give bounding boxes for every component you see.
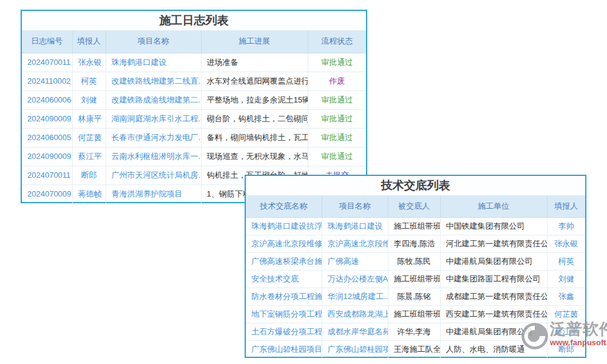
column-header: 施工进展 <box>201 30 308 53</box>
reporter-cell[interactable]: 刘健 <box>72 90 106 109</box>
column-header: 被交底人 <box>388 195 440 217</box>
progress-cell: 砌台阶，钩机排土，二包砌间... <box>201 109 308 128</box>
disclosed-person-cell: 许华,李海 <box>388 323 440 340</box>
project-name-cell[interactable]: 华润12城房建工... <box>322 288 388 305</box>
reporter-cell[interactable]: 张永银 <box>72 53 106 72</box>
construction-unit-cell: 中建港航局集团有限公司 <box>440 252 547 270</box>
project-name-cell[interactable]: 广佛高速 <box>322 252 388 270</box>
log-id-cell[interactable]: 2024110002 <box>22 72 72 90</box>
disclosure-name-cell[interactable]: 防水卷材分项工程施... <box>246 288 322 305</box>
column-header: 填报人 <box>72 30 106 53</box>
column-header: 技术交底名称 <box>246 195 322 217</box>
progress-cell: 进场准备 <box>201 53 308 72</box>
column-header: 施工单位 <box>440 195 547 217</box>
project-name-cell[interactable]: 长春市伊通河水力发电厂... <box>106 128 201 147</box>
log-id-cell[interactable]: 2024070011 <box>22 166 72 184</box>
column-header: 项目名称 <box>322 195 388 217</box>
disclosed-person-cell: 陈晨,陈铭 <box>388 288 440 305</box>
construction-unit-cell: 中建集团路面工程有限公司 <box>440 270 547 288</box>
reporter-cell[interactable]: 蔡江平 <box>72 147 106 166</box>
table-row[interactable]: 广佛高速桥梁承台施...广佛高速陈牧,陈民中建港航局集团有限公司柯英 <box>246 252 585 270</box>
construction-unit-cell: 成都建工第一建筑有限责任公司 <box>440 288 547 305</box>
disclosed-person-cell: 施工班组带班... <box>388 270 440 288</box>
reporter-cell[interactable]: 刘健 <box>547 270 585 288</box>
reporter-cell[interactable]: 何芷茵 <box>547 305 585 323</box>
disclosure-name-cell[interactable]: 广佛高速桥梁承台施... <box>246 252 322 270</box>
construction-unit-cell: 河北建工第一建筑有限责任公司 <box>440 235 547 252</box>
disclosed-person-cell: 陈牧,陈民 <box>388 252 440 270</box>
status-cell: 审批通过 <box>308 90 366 109</box>
project-name-cell[interactable]: 湖南洞庭湖水库引水工程... <box>106 109 201 128</box>
table-row[interactable]: 广东佛山碧桂园项目...广东佛山碧桂园项目王海施工队全队人防、水电、消防暖通断郎 <box>246 340 585 358</box>
tech-disclosure-window: 技术交底列表 技术交底名称项目名称被交底人施工单位填报人 珠海鹤港口建设抗浮..… <box>245 175 586 358</box>
disclosure-name-cell[interactable]: 安全技术交底 <box>246 270 322 288</box>
reporter-cell[interactable]: 张永银 <box>547 235 585 252</box>
progress-cell: 水车对全线遮阳网覆盖点进行... <box>201 72 308 90</box>
reporter-cell[interactable]: 蔡江平 <box>547 323 585 340</box>
disclosed-person-cell: 李四海,陈浩 <box>388 235 440 252</box>
status-cell: 作废 <box>308 72 366 90</box>
status-cell: 审批通过 <box>308 53 366 72</box>
table-row[interactable]: 京沪高速北京段维修...京沪高速北京段维修李四海,陈浩河北建工第一建筑有限责任公… <box>246 235 585 252</box>
disclosure-name-cell[interactable]: 土石方爆破分项工程... <box>246 323 322 340</box>
tech-disclosure-header-row: 技术交底名称项目名称被交底人施工单位填报人 <box>246 195 585 217</box>
table-row[interactable]: 珠海鹤港口建设抗浮...珠海鹤港口建设施工班组带班...中国铁建集团有限公司李帅 <box>246 217 585 235</box>
project-name-cell[interactable]: 成都水岸华庭名苑... <box>322 323 388 340</box>
construction-unit-cell: 中建港航局集团有限公司 <box>440 323 547 340</box>
log-id-cell[interactable]: 2024090009 <box>22 109 72 128</box>
tech-disclosure-table: 技术交底名称项目名称被交底人施工单位填报人 珠海鹤港口建设抗浮...珠海鹤港口建… <box>246 195 585 358</box>
table-row[interactable]: 2024070011张永银珠海鹤港口建设进场准备审批通过 <box>22 53 366 72</box>
project-name-cell[interactable]: 改建铁路成渝线增建第二... <box>106 90 201 109</box>
reporter-cell[interactable]: 张鑫 <box>547 288 585 305</box>
disclosed-person-cell: 施工班组带班... <box>388 305 440 323</box>
tech-disclosure-title: 技术交底列表 <box>246 176 585 195</box>
log-id-cell[interactable]: 2024070011 <box>22 53 72 72</box>
reporter-cell[interactable]: 李帅 <box>547 217 585 235</box>
reporter-cell[interactable]: 断郎 <box>547 340 585 358</box>
project-name-cell[interactable]: 改建铁路线增建第二线直... <box>106 72 201 90</box>
project-name-cell[interactable]: 云南水利枢纽潜明水库一... <box>106 147 201 166</box>
column-header: 日志编号 <box>22 30 72 53</box>
table-row[interactable]: 土石方爆破分项工程...成都水岸华庭名苑...许华,李海中建港航局集团有限公司蔡… <box>246 323 585 340</box>
reporter-cell[interactable]: 何芷茵 <box>72 128 106 147</box>
disclosed-person-cell: 王海施工队全队 <box>388 340 440 358</box>
disclosure-name-cell[interactable]: 地下室钢筋分项工程... <box>246 305 322 323</box>
status-cell: 审批通过 <box>308 147 366 166</box>
table-row[interactable]: 2024060005何芷茵长春市伊通河水力发电厂...备料，砌间墙钩机排土，瓦工… <box>22 128 366 147</box>
reporter-cell[interactable]: 林康平 <box>72 109 106 128</box>
table-row[interactable]: 2024060006刘健改建铁路成渝线增建第二...平整场地，拉走多余泥土15辆… <box>22 90 366 109</box>
log-id-cell[interactable]: 2024090009 <box>22 147 72 166</box>
log-id-cell[interactable]: 2024060005 <box>22 128 72 147</box>
table-row[interactable]: 防水卷材分项工程施...华润12城房建工...陈晨,陈铭成都建工第一建筑有限责任… <box>246 288 585 305</box>
table-row[interactable]: 2024090009蔡江平云南水利枢纽潜明水库一...现场巡查，无积水现象，水马… <box>22 147 366 166</box>
table-row[interactable]: 地下室钢筋分项工程...西安成都路龙湖上...施工班组带班...西安建工第一建筑… <box>246 305 585 323</box>
column-header: 项目名称 <box>106 30 201 53</box>
log-id-cell[interactable]: 2024070009 <box>22 184 72 203</box>
construction-log-title: 施工日志列表 <box>22 11 366 30</box>
project-name-cell[interactable]: 广州市天河区统计局机房... <box>106 166 201 184</box>
reporter-cell[interactable]: 蒋德帧 <box>72 184 106 203</box>
disclosure-name-cell[interactable]: 京沪高速北京段维修... <box>246 235 322 252</box>
table-row[interactable]: 2024110002柯英改建铁路线增建第二线直...水车对全线遮阳网覆盖点进行.… <box>22 72 366 90</box>
reporter-cell[interactable]: 柯英 <box>72 72 106 90</box>
disclosed-person-cell: 施工班组带班... <box>388 217 440 235</box>
project-name-cell[interactable]: 珠海鹤港口建设 <box>106 53 201 72</box>
project-name-cell[interactable]: 京沪高速北京段维修 <box>322 235 388 252</box>
construction-unit-cell: 人防、水电、消防暖通 <box>440 340 547 358</box>
project-name-cell[interactable]: 万达办公楼左侧A... <box>322 270 388 288</box>
log-id-cell[interactable]: 2024060006 <box>22 90 72 109</box>
reporter-cell[interactable]: 断郎 <box>72 166 106 184</box>
project-name-cell[interactable]: 西安成都路龙湖上... <box>322 305 388 323</box>
project-name-cell[interactable]: 青海洪湖养护院项目 <box>106 184 201 203</box>
progress-cell: 现场巡查，无积水现象，水马... <box>201 147 308 166</box>
disclosure-name-cell[interactable]: 广东佛山碧桂园项目... <box>246 340 322 358</box>
disclosure-name-cell[interactable]: 珠海鹤港口建设抗浮... <box>246 217 322 235</box>
table-row[interactable]: 安全技术交底万达办公楼左侧A...施工班组带班...中建集团路面工程有限公司刘健 <box>246 270 585 288</box>
project-name-cell[interactable]: 珠海鹤港口建设 <box>322 217 388 235</box>
reporter-cell[interactable]: 柯英 <box>547 252 585 270</box>
table-row[interactable]: 2024090009林康平湖南洞庭湖水库引水工程...砌台阶，钩机排土，二包砌间… <box>22 109 366 128</box>
column-header: 填报人 <box>547 195 585 217</box>
project-name-cell[interactable]: 广东佛山碧桂园项目 <box>322 340 388 358</box>
construction-unit-cell: 西安建工第一建筑有限责任公司 <box>440 305 547 323</box>
progress-cell: 备料，砌间墙钩机排土，瓦工... <box>201 128 308 147</box>
